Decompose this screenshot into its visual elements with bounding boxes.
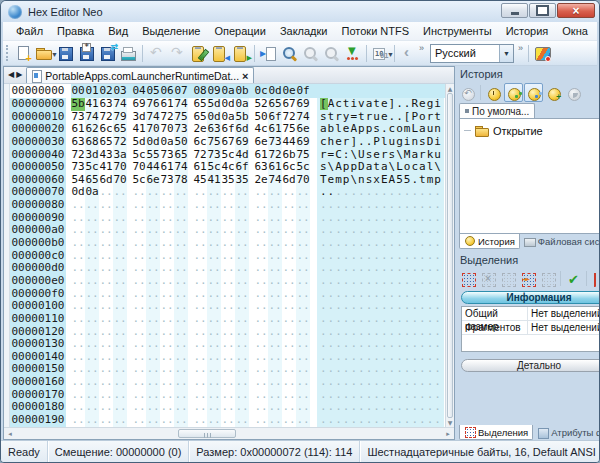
ascii-cell[interactable]: ................ bbox=[317, 237, 444, 250]
history-pie-button[interactable] bbox=[564, 83, 583, 102]
hex-byte-cell[interactable]: .. bbox=[71, 237, 85, 250]
hex-byte-cell[interactable]: .. bbox=[235, 313, 249, 326]
menu-инструменты[interactable]: Инструменты bbox=[416, 23, 499, 39]
ascii-cell[interactable]: ................ bbox=[317, 224, 444, 237]
menu-правка[interactable]: Правка bbox=[50, 23, 101, 39]
hex-byte-cell[interactable]: .. bbox=[113, 313, 127, 326]
hex-byte-cell[interactable]: .. bbox=[207, 199, 221, 212]
hex-byte-cell[interactable]: 69 bbox=[235, 136, 249, 149]
hex-byte-cell[interactable]: .. bbox=[268, 338, 282, 351]
hex-byte-cell[interactable]: .. bbox=[71, 376, 85, 389]
hex-byte-cell[interactable]: .. bbox=[85, 414, 99, 427]
menu-выделение[interactable]: Выделение bbox=[135, 23, 207, 39]
hex-byte-cell[interactable]: 0d bbox=[221, 98, 235, 111]
encoding-dropdown-icon[interactable]: ▼ bbox=[387, 51, 394, 58]
hex-byte-cell[interactable]: .. bbox=[99, 300, 113, 313]
ascii-cell[interactable]: cher]..PluginsDi bbox=[317, 136, 444, 149]
hex-byte-cell[interactable]: .. bbox=[282, 237, 296, 250]
hex-byte-cell[interactable]: .. bbox=[254, 275, 268, 288]
tree-item-открытие[interactable]: Открытие bbox=[462, 124, 600, 137]
hex-byte-cell[interactable]: .. bbox=[99, 338, 113, 351]
hex-byte-cell[interactable]: .. bbox=[174, 237, 188, 250]
ascii-cell[interactable]: ................ bbox=[317, 376, 444, 389]
language-combo[interactable]: Русский▼ bbox=[430, 44, 514, 63]
hex-byte-cell[interactable]: .. bbox=[193, 199, 207, 212]
hex-byte-cell[interactable]: .. bbox=[174, 199, 188, 212]
hex-byte-cell[interactable]: .. bbox=[146, 414, 160, 427]
hex-byte-cell[interactable]: .. bbox=[193, 237, 207, 250]
hex-byte-cell[interactable]: .. bbox=[207, 376, 221, 389]
hex-byte-cell[interactable]: 75 bbox=[207, 136, 221, 149]
save-all-button[interactable] bbox=[76, 43, 97, 64]
hex-byte-cell[interactable]: .. bbox=[146, 237, 160, 250]
hex-byte-cell[interactable]: 41 bbox=[85, 98, 99, 111]
hex-byte-cell[interactable]: .. bbox=[71, 414, 85, 427]
hex-byte-cell[interactable]: 69 bbox=[296, 136, 310, 149]
hex-byte-cell[interactable]: 67 bbox=[282, 98, 296, 111]
select-pattern-button[interactable] bbox=[538, 269, 557, 288]
hex-byte-cell[interactable]: .. bbox=[99, 275, 113, 288]
hex-byte-cell[interactable]: .. bbox=[146, 300, 160, 313]
history-tree-button[interactable] bbox=[524, 83, 543, 102]
paste-import-button[interactable] bbox=[209, 43, 230, 64]
hex-byte-cell[interactable]: .. bbox=[85, 275, 99, 288]
hex-byte-cell[interactable]: .. bbox=[254, 376, 268, 389]
hex-byte-cell[interactable]: 5d bbox=[207, 98, 221, 111]
hex-byte-cell[interactable]: 63 bbox=[99, 98, 113, 111]
hex-byte-cell[interactable]: .. bbox=[85, 237, 99, 250]
hex-byte-cell[interactable]: 69 bbox=[132, 98, 146, 111]
hex-byte-cell[interactable]: 44 bbox=[146, 161, 160, 174]
hex-byte-cell[interactable]: .. bbox=[282, 376, 296, 389]
hex-byte-cell[interactable]: .. bbox=[221, 275, 235, 288]
hex-byte-cell[interactable]: .. bbox=[282, 275, 296, 288]
hex-byte-cell[interactable]: .. bbox=[235, 338, 249, 351]
hex-byte-cell[interactable]: .. bbox=[160, 199, 174, 212]
menu-окна[interactable]: Окна bbox=[555, 23, 595, 39]
hex-byte-cell[interactable]: .. bbox=[85, 300, 99, 313]
hex-byte-cell[interactable]: .. bbox=[99, 414, 113, 427]
hex-byte-cell[interactable]: .. bbox=[193, 376, 207, 389]
selections-tab-выделения[interactable]: Выделения bbox=[459, 425, 533, 440]
goto-button[interactable] bbox=[258, 43, 279, 64]
hex-byte-cell[interactable]: 73 bbox=[71, 161, 85, 174]
menu-история[interactable]: История bbox=[499, 23, 556, 39]
hex-byte-cell[interactable]: .. bbox=[99, 376, 113, 389]
find-prev-button[interactable] bbox=[321, 43, 342, 64]
hex-byte-cell[interactable]: .. bbox=[193, 338, 207, 351]
hex-byte-cell[interactable]: .. bbox=[268, 275, 282, 288]
hex-byte-cell[interactable]: .. bbox=[160, 338, 174, 351]
hex-byte-cell[interactable]: .. bbox=[85, 338, 99, 351]
hex-byte-cell[interactable]: .. bbox=[99, 199, 113, 212]
hex-byte-cell[interactable]: .. bbox=[193, 275, 207, 288]
history-add-button[interactable] bbox=[544, 83, 563, 102]
hex-byte-cell[interactable]: .. bbox=[221, 376, 235, 389]
hex-byte-cell[interactable]: .. bbox=[296, 237, 310, 250]
edit-clipboard-button[interactable] bbox=[188, 43, 209, 64]
hex-byte-cell[interactable]: .. bbox=[235, 199, 249, 212]
ascii-cell[interactable]: ................ bbox=[317, 351, 444, 364]
history-branch-button[interactable] bbox=[504, 83, 523, 102]
vertical-scroll-track[interactable] bbox=[446, 93, 454, 418]
hex-byte-cell[interactable]: .. bbox=[113, 376, 127, 389]
hex-byte-cell[interactable]: .. bbox=[254, 313, 268, 326]
save-button[interactable] bbox=[55, 43, 76, 64]
hex-byte-cell[interactable]: .. bbox=[85, 313, 99, 326]
hex-byte-cell[interactable]: .. bbox=[160, 414, 174, 427]
hex-byte-cell[interactable]: .. bbox=[221, 338, 235, 351]
hex-byte-cell[interactable]: .. bbox=[113, 414, 127, 427]
hex-byte-cell[interactable]: .. bbox=[71, 199, 85, 212]
ascii-cell[interactable]: ................ bbox=[317, 313, 444, 326]
combo-dropdown-icon[interactable]: ▼ bbox=[499, 45, 513, 62]
toolbar-grip[interactable] bbox=[6, 45, 10, 61]
hex-byte-cell[interactable]: .. bbox=[113, 275, 127, 288]
overflow-chevron-icon[interactable]: » bbox=[518, 43, 523, 53]
copy-export-button[interactable] bbox=[230, 43, 251, 64]
replace-button[interactable] bbox=[342, 43, 363, 64]
hex-byte-cell[interactable]: .. bbox=[146, 313, 160, 326]
hex-byte-cell[interactable]: .. bbox=[268, 237, 282, 250]
ascii-cell[interactable]: ................ bbox=[317, 186, 444, 199]
menu-файл[interactable]: Файл bbox=[9, 23, 50, 39]
hex-byte-cell[interactable]: 73 bbox=[268, 136, 282, 149]
hex-byte-cell[interactable]: .. bbox=[207, 313, 221, 326]
hex-byte-cell[interactable]: .. bbox=[160, 376, 174, 389]
